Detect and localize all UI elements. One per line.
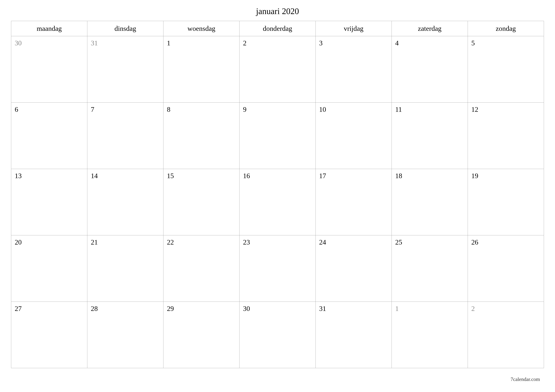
weekday-header: maandag: [11, 21, 87, 36]
calendar-day-cell: 2: [468, 302, 544, 368]
weekday-header-row: maandag dinsdag woensdag donderdag vrijd…: [11, 21, 544, 36]
calendar-day-cell: 24: [316, 235, 392, 302]
calendar-day-cell: 27: [11, 302, 87, 368]
calendar-day-cell: 17: [316, 169, 392, 235]
calendar-day-cell: 30: [240, 302, 316, 368]
weekday-header: zondag: [468, 21, 544, 36]
calendar-day-cell: 18: [392, 169, 468, 235]
calendar-day-cell: 19: [468, 169, 544, 235]
calendar-day-cell: 26: [468, 235, 544, 302]
calendar-day-cell: 7: [87, 103, 163, 169]
calendar-week-row: 20 21 22 23 24 25 26: [11, 235, 544, 302]
weekday-header: donderdag: [240, 21, 316, 36]
footer-credit: 7calendar.com: [511, 376, 540, 382]
calendar-day-cell: 14: [87, 169, 163, 235]
calendar-day-cell: 3: [316, 36, 392, 103]
calendar-grid: maandag dinsdag woensdag donderdag vrijd…: [11, 21, 544, 368]
calendar-day-cell: 21: [87, 235, 163, 302]
calendar-body: 30 31 1 2 3 4 5 6 7 8 9 10 11 12 13 14 1…: [11, 36, 544, 368]
calendar-day-cell: 8: [163, 103, 240, 169]
calendar-day-cell: 9: [240, 103, 316, 169]
calendar-day-cell: 13: [11, 169, 87, 235]
calendar-day-cell: 30: [11, 36, 87, 103]
calendar-day-cell: 4: [392, 36, 468, 103]
weekday-header: woensdag: [163, 21, 240, 36]
weekday-header: vrijdag: [316, 21, 392, 36]
calendar-day-cell: 20: [11, 235, 87, 302]
calendar-day-cell: 28: [87, 302, 163, 368]
calendar-day-cell: 29: [163, 302, 240, 368]
calendar-week-row: 13 14 15 16 17 18 19: [11, 169, 544, 235]
calendar-day-cell: 10: [316, 103, 392, 169]
weekday-header: dinsdag: [87, 21, 163, 36]
calendar-day-cell: 6: [11, 103, 87, 169]
calendar-day-cell: 5: [468, 36, 544, 103]
calendar-day-cell: 15: [163, 169, 240, 235]
calendar-day-cell: 1: [392, 302, 468, 368]
calendar-day-cell: 22: [163, 235, 240, 302]
calendar-day-cell: 31: [87, 36, 163, 103]
calendar-week-row: 6 7 8 9 10 11 12: [11, 103, 544, 169]
calendar-week-row: 30 31 1 2 3 4 5: [11, 36, 544, 103]
calendar-day-cell: 1: [163, 36, 240, 103]
calendar-day-cell: 12: [468, 103, 544, 169]
calendar-day-cell: 23: [240, 235, 316, 302]
calendar-day-cell: 11: [392, 103, 468, 169]
calendar-day-cell: 25: [392, 235, 468, 302]
calendar-title: januari 2020: [11, 6, 544, 16]
calendar-day-cell: 2: [240, 36, 316, 103]
calendar-day-cell: 31: [316, 302, 392, 368]
calendar-week-row: 27 28 29 30 31 1 2: [11, 302, 544, 368]
calendar-day-cell: 16: [240, 169, 316, 235]
weekday-header: zaterdag: [392, 21, 468, 36]
